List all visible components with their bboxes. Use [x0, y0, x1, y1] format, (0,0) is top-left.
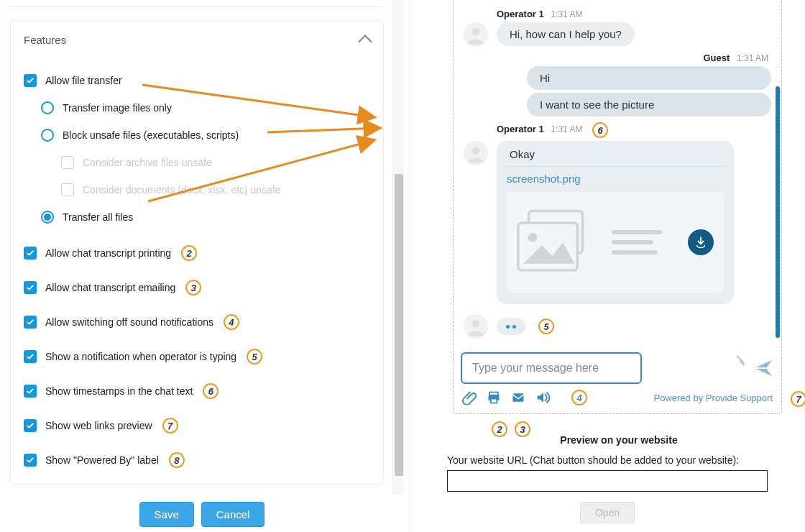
cancel-button[interactable]: Cancel [201, 502, 265, 527]
sender-name: Operator 1 [497, 124, 544, 134]
download-icon [694, 236, 707, 249]
opt-show-link-preview[interactable]: Show web links preview 7 [24, 411, 370, 441]
svg-rect-9 [489, 393, 498, 395]
chat-widget-preview: Operator 1 1:31 AM Hi, how can I help yo… [453, 0, 782, 414]
timestamp: 1:31 AM [737, 53, 768, 63]
printer-icon[interactable] [487, 390, 501, 405]
radio-unselected-icon[interactable] [41, 101, 54, 114]
checkbox-empty-icon [61, 183, 74, 196]
svg-point-8 [472, 320, 480, 328]
left-scrollbar-thumb[interactable] [395, 174, 403, 476]
badge-2: 2 [181, 245, 197, 261]
badge-4-chat: 4 [571, 390, 587, 405]
checkbox-checked-icon[interactable] [24, 316, 37, 329]
label-allow-file-transfer: Allow file transfer [45, 75, 122, 86]
tab-bar-remnant [7, 0, 382, 7]
chat-input-area [461, 352, 774, 385]
features-panel: Features Allow file transfer Transfer im… [10, 20, 384, 485]
opt-show-typing[interactable]: Show a notification when operator is typ… [24, 341, 370, 372]
pane-divider [410, 0, 414, 532]
powered-by-label[interactable]: Powered by Provide Support [654, 393, 773, 403]
opt-allow-file-transfer[interactable]: Allow file transfer [24, 67, 370, 94]
action-buttons: Save Cancel [0, 496, 404, 532]
label-allow-print: Allow chat transcript printing [45, 247, 171, 259]
typing-indicator-icon [497, 318, 525, 335]
opt-allow-print[interactable]: Allow chat transcript printing 2 [24, 238, 370, 268]
label-show-typing: Show a notification when operator is typ… [45, 351, 236, 362]
url-label: Your website URL (Chat button should be … [447, 454, 768, 466]
sender-name: Guest [704, 52, 730, 63]
file-attachment-card: Okay screenshot.png [497, 141, 734, 304]
send-icon[interactable] [753, 357, 774, 379]
opt-allow-email[interactable]: Allow chat transcript emailing 3 [24, 272, 370, 303]
checkbox-checked-icon[interactable] [24, 350, 37, 363]
opt-transfer-all[interactable]: Transfer all files [24, 203, 370, 231]
label-show-link-preview: Show web links preview [45, 420, 152, 431]
msg-group-guest: Guest 1:31 AM Hi I want to see the pictu… [464, 52, 771, 116]
badge-5: 5 [247, 349, 262, 364]
chat-bubble: Hi, how can I help you? [497, 22, 635, 46]
preview-caption: Preview on your website [441, 434, 796, 446]
website-url-input[interactable] [447, 470, 768, 492]
msg-group-operator-1: Operator 1 1:31 AM Hi, how can I help yo… [464, 9, 771, 47]
svg-point-4 [472, 147, 480, 155]
features-panel-header[interactable]: Features [11, 21, 383, 60]
checkbox-checked-icon[interactable] [24, 385, 37, 398]
opt-consider-documents: Consider documents (docx, xlsx, etc) uns… [24, 176, 370, 203]
radio-selected-icon[interactable] [41, 211, 54, 224]
svg-rect-12 [513, 393, 524, 402]
checkbox-checked-icon[interactable] [24, 74, 37, 87]
label-consider-documents: Consider documents (docx, xlsx, etc) uns… [83, 184, 280, 196]
radio-unselected-icon[interactable] [41, 129, 54, 142]
image-placeholder-icon [517, 208, 596, 277]
left-scrollbar-track[interactable] [392, 0, 404, 495]
msg-header: Operator 1 1:31 AM [464, 9, 771, 19]
preview-lines [612, 230, 662, 254]
svg-point-7 [528, 232, 538, 242]
badge-7-chat: 7 [791, 391, 805, 407]
chat-bubble: Hi [527, 66, 771, 90]
resize-handle-icon[interactable] [732, 355, 744, 367]
svg-point-3 [472, 28, 480, 36]
avatar-icon [464, 314, 488, 339]
opt-block-unsafe[interactable]: Block unsafe files (executables, scripts… [24, 121, 370, 149]
badge-5-chat: 5 [538, 318, 554, 334]
email-icon[interactable] [511, 390, 525, 405]
sound-icon[interactable] [535, 390, 551, 405]
typing-indicator-row: 5 [464, 314, 771, 339]
opt-consider-archive: Consider archive files unsafe [24, 149, 370, 176]
chat-message-input[interactable] [461, 352, 642, 384]
features-title: Features [24, 34, 66, 46]
checkbox-checked-icon[interactable] [24, 419, 37, 432]
badge-3: 3 [185, 280, 201, 295]
timestamp: 1:31 AM [551, 9, 582, 19]
attachment-icon[interactable] [462, 390, 477, 405]
label-show-timestamps: Show timestamps in the chat text [45, 385, 193, 397]
chat-toolbar: 4 Powered by Provide Support [462, 387, 773, 408]
download-button[interactable] [688, 229, 714, 255]
file-name-link[interactable]: screenshot.png [507, 166, 724, 192]
opt-show-powered-by[interactable]: Show "Powered By" label 8 [24, 445, 370, 475]
msg-group-operator-file: Operator 1 1:31 AM 6 Okay screenshot.png [464, 122, 771, 304]
checkbox-checked-icon[interactable] [24, 454, 37, 467]
timestamp: 1:31 AM [551, 124, 582, 134]
label-consider-archive: Consider archive files unsafe [83, 157, 212, 168]
checkbox-checked-icon[interactable] [24, 281, 37, 294]
save-button[interactable]: Save [139, 502, 194, 527]
msg-header: Guest 1:31 AM [464, 52, 771, 63]
checkbox-checked-icon[interactable] [24, 247, 37, 260]
chat-bubble: I want to see the picture [527, 93, 771, 116]
chat-scrollbar-thumb[interactable] [776, 86, 780, 338]
checkbox-empty-icon [61, 156, 74, 169]
avatar-icon [464, 22, 488, 47]
opt-allow-sound-off[interactable]: Allow switching off sound notifications … [24, 307, 370, 337]
opt-transfer-image-only[interactable]: Transfer image files only [24, 94, 370, 121]
open-button[interactable]: Open [580, 502, 635, 523]
label-allow-email: Allow chat transcript emailing [45, 282, 175, 293]
label-transfer-image-only: Transfer image files only [63, 102, 172, 114]
opt-show-timestamps[interactable]: Show timestamps in the chat text 6 [24, 376, 370, 406]
chat-text: Okay [507, 148, 724, 160]
badge-7: 7 [162, 418, 178, 434]
msg-header: Operator 1 1:31 AM 6 [464, 122, 771, 138]
badge-8: 8 [169, 452, 185, 468]
